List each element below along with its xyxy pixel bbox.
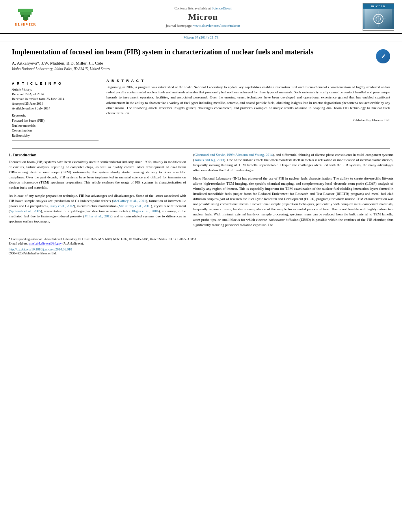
history-label: Article history: xyxy=(12,87,99,91)
available-date: Available online 3 July 2014 xyxy=(12,106,99,111)
article-title: Implementation of focused ion beam (FIB)… xyxy=(12,48,390,57)
contents-text: Contents lists available at xyxy=(175,6,211,10)
received-date: Received 29 April 2014 xyxy=(12,92,99,97)
email-link[interactable]: assel.aitkaliyeva@inl.gov xyxy=(29,242,61,245)
footer-links: http://dx.doi.org/10.1016/j.micron.2014.… xyxy=(0,246,402,257)
keywords-label: Keywords: xyxy=(12,113,99,117)
journal-title: Micron xyxy=(51,12,355,22)
main-col-left: 1. Introduction Focused ion beam (FIB) s… xyxy=(9,152,186,231)
svg-rect-4 xyxy=(18,9,33,12)
ref-miller-2012[interactable]: Miller et al., 2012 xyxy=(84,214,111,218)
page-wrapper: ELSEVIER Contents lists available at Sci… xyxy=(0,0,402,532)
journal-header: ELSEVIER Contents lists available at Sci… xyxy=(0,0,402,34)
main-content: 1. Introduction Focused ion beam (FIB) s… xyxy=(0,152,402,231)
contents-line: Contents lists available at ScienceDirec… xyxy=(51,6,355,10)
article-info-abstract-row: A R T I C L E I N F O Article history: R… xyxy=(0,79,402,144)
journal-homepage: journal homepage: www.elsevier.com/locat… xyxy=(51,24,355,28)
section1-heading: 1. Introduction xyxy=(9,152,186,157)
affiliation-line: Idaho National Laboratory, Idaho Falls, … xyxy=(12,67,390,71)
abstract-text: Beginning in 2007, a program was establi… xyxy=(106,85,390,115)
micron-logo-image xyxy=(363,9,394,29)
ref-mccaffrey-2001b[interactable]: McCaffrey et al., 2001 xyxy=(119,204,151,208)
article-info-box: A R T I C L E I N F O Article history: R… xyxy=(12,79,99,141)
email-suffix: (A. Aitkaliyeva). xyxy=(62,242,84,245)
ref-casey-2002[interactable]: Casey et al., 2002 xyxy=(48,204,74,208)
ref-tomus-2013[interactable]: Tomus and Ng, 2013 xyxy=(194,158,224,162)
authors-line: A. Aitkaliyeva*, J.W. Madden, B.D. Mille… xyxy=(12,61,390,65)
sciencedirect-link[interactable]: ScienceDirect xyxy=(212,6,231,10)
header-center: Contents lists available at ScienceDirec… xyxy=(43,6,363,28)
ref-mccaffrey-2001a[interactable]: McCaffrey et al., 2001 xyxy=(113,199,146,203)
keyword-4: Radioactivity xyxy=(12,133,99,138)
email-label: E-mail address: xyxy=(9,242,28,245)
doi-footer-link[interactable]: http://dx.doi.org/10.1016/j.micron.2014.… xyxy=(9,247,72,251)
intro-paragraph3: (Giannuzzi and Stevie, 1999; Altmann and… xyxy=(193,152,393,173)
footnote-email: E-mail address: assel.aitkaliyeva@inl.go… xyxy=(9,241,393,246)
homepage-link[interactable]: www.elsevier.com/locate/micron xyxy=(194,24,240,28)
issn-line: 0968-4328/Published by Elsevier Ltd. xyxy=(9,252,57,255)
footnote-section: * Corresponding author at: Idaho Nationa… xyxy=(9,235,393,246)
svg-rect-5 xyxy=(21,15,24,17)
article-history: Article history: Received 29 April 2014 … xyxy=(12,87,99,111)
article-info-title: A R T I C L E I N F O xyxy=(12,82,99,85)
main-col-right: (Giannuzzi and Stevie, 1999; Altmann and… xyxy=(193,152,393,231)
keyword-3: Contamination xyxy=(12,128,99,133)
section-divider xyxy=(12,148,390,148)
abstract-col: A B S T R A C T Beginning in 2007, a pro… xyxy=(106,79,390,144)
elsevier-brand-text: ELSEVIER xyxy=(15,22,36,26)
keyword-2: Nuclear materials xyxy=(12,123,99,128)
doi-line: Micron 67 (2014) 65–73 xyxy=(0,34,402,41)
elsevier-logo: ELSEVIER xyxy=(8,6,43,28)
intro-paragraph1: Focused ion beam (FIB) systems have been… xyxy=(9,159,186,190)
keywords-section: Keywords: Focused ion beam (FIB) Nuclear… xyxy=(12,113,99,138)
accepted-date: Accepted 25 June 2014 xyxy=(12,102,99,106)
homepage-text: journal homepage: xyxy=(166,24,192,28)
micron-logo-label: micron xyxy=(363,4,394,9)
ref-olliges-2006[interactable]: Olliges et al., 2006 xyxy=(130,209,158,213)
article-info-col: A R T I C L E I N F O Article history: R… xyxy=(12,79,99,144)
received-revised-date: Received in revised form 25 June 2014 xyxy=(12,97,99,102)
crossmark-badge[interactable]: ✓ xyxy=(376,49,390,63)
keyword-1: Focused ion beam (FIB) xyxy=(12,118,99,123)
ref-spolenak-2005[interactable]: Spolenak et al., 2005 xyxy=(10,209,41,213)
micron-logo-box: micron xyxy=(363,3,394,31)
svg-rect-6 xyxy=(28,15,30,17)
abstract-title: A B S T R A C T xyxy=(106,79,390,83)
footnote-corresponding: * Corresponding author at: Idaho Nationa… xyxy=(9,237,393,241)
published-by: Published by Elsevier Ltd. xyxy=(106,118,390,122)
ref-giannuzzi-1999[interactable]: Giannuzzi and Stevie, 1999; Altmann and … xyxy=(194,153,273,157)
intro-paragraph2: As in case of any sample preparation tec… xyxy=(9,193,186,224)
intro-paragraph4: Idaho National Laboratory (INL) has pion… xyxy=(193,176,393,227)
article-section: ✓ Implementation of focused ion beam (FI… xyxy=(0,41,402,79)
